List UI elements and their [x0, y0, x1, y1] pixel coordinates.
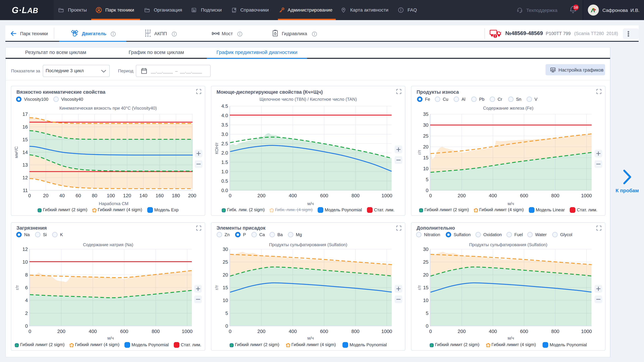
- svg-text:м/ч: м/ч: [508, 336, 514, 341]
- svg-text:20: 20: [423, 272, 428, 278]
- svg-text:г/т: г/т: [417, 285, 422, 290]
- svg-text:800: 800: [551, 329, 559, 334]
- svg-text:600: 600: [520, 329, 528, 334]
- svg-text:15: 15: [423, 285, 428, 290]
- svg-text:400: 400: [489, 329, 497, 334]
- svg-text:0: 0: [429, 329, 432, 334]
- svg-text:25: 25: [423, 259, 428, 265]
- svg-text:0: 0: [426, 323, 428, 329]
- svg-text:30: 30: [423, 247, 428, 252]
- svg-text:5: 5: [426, 311, 428, 316]
- svg-text:10: 10: [423, 298, 428, 303]
- svg-text:200: 200: [458, 329, 466, 334]
- svg-text:1000: 1000: [581, 329, 592, 334]
